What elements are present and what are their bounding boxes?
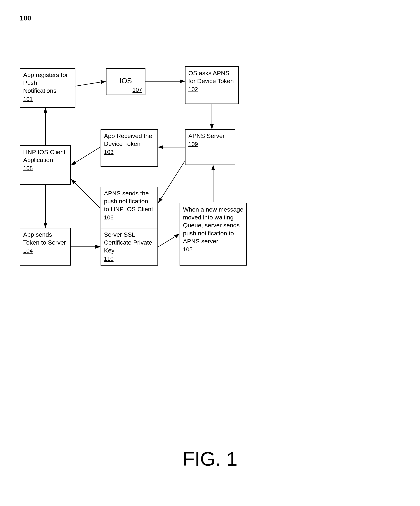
node-102-text: OS asks APNS for Device Token xyxy=(188,69,235,85)
node-104: App sends Token to Server 104 xyxy=(20,228,71,266)
node-109-text: APNS Server xyxy=(188,132,225,140)
node-105-text: When a new message moved into waiting Qu… xyxy=(183,206,244,245)
node-108-text: HNP IOS Client Application xyxy=(23,148,68,164)
diagram-label: 100 xyxy=(20,14,31,22)
node-108-id: 108 xyxy=(23,165,33,172)
node-103: App Received the Device Token 103 xyxy=(101,129,158,167)
node-110: Server SSL Certificate Private Key 110 xyxy=(101,228,158,266)
node-105: When a new message moved into waiting Qu… xyxy=(180,203,247,266)
svg-line-6 xyxy=(158,161,185,203)
svg-line-0 xyxy=(75,81,106,86)
node-106-id: 106 xyxy=(104,214,114,221)
node-101-text: App registers for Push Notifications xyxy=(23,71,72,95)
node-110-text: Server SSL Certificate Private Key xyxy=(104,231,155,254)
node-105-id: 105 xyxy=(183,246,192,253)
node-106-text: APNS sends the push notification to HNP … xyxy=(104,189,155,213)
node-102: OS asks APNS for Device Token 102 xyxy=(185,67,239,104)
node-103-id: 103 xyxy=(104,149,114,155)
node-102-id: 102 xyxy=(188,86,198,93)
node-110-id: 110 xyxy=(104,255,114,262)
figure-label: FIG. 1 xyxy=(0,447,420,470)
node-101-id: 101 xyxy=(23,96,33,102)
node-109: APNS Server 109 xyxy=(185,129,235,165)
node-104-id: 104 xyxy=(23,247,33,254)
node-107: IOS 107 xyxy=(106,68,145,95)
node-106: APNS sends the push notification to HNP … xyxy=(101,186,158,233)
node-101: App registers for Push Notifications 101 xyxy=(20,68,75,108)
node-103-text: App Received the Device Token xyxy=(104,132,155,148)
node-104-text: App sends Token to Server xyxy=(23,231,68,246)
node-107-id: 107 xyxy=(109,87,142,93)
svg-line-4 xyxy=(71,147,100,165)
svg-line-7 xyxy=(71,180,100,208)
svg-line-10 xyxy=(158,234,179,247)
node-109-id: 109 xyxy=(188,141,198,147)
node-108: HNP IOS Client Application 108 xyxy=(20,145,71,185)
node-107-text: IOS xyxy=(109,76,142,85)
